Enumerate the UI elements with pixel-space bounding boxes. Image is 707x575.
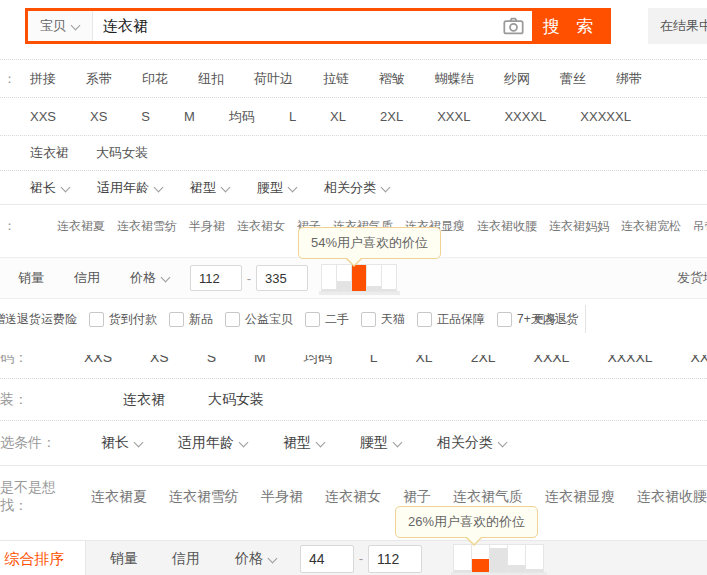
size-filter-link[interactable]: XL [330,109,346,124]
attribute-filter-link[interactable]: 印花 [142,70,168,88]
related-search-link[interactable]: 连衣裙显瘦 [545,488,615,506]
search-input[interactable] [93,11,494,41]
price-max-input[interactable] [368,545,422,573]
size-filter-link[interactable]: XXXXL [607,355,652,367]
category-filter-link[interactable]: 连衣裙 [123,391,165,409]
attribute-filter-link[interactable]: 蝴蝶结 [435,70,474,88]
search-category-dropdown[interactable]: 宝贝 [28,11,93,41]
attribute-filter-link[interactable]: 荷叶边 [254,70,293,88]
filter-checkbox-item[interactable]: 天猫 [361,311,405,328]
size-filter-link[interactable]: XXS [30,109,56,124]
sort-by-credit[interactable]: 信用 [172,550,200,568]
related-search-link[interactable]: 连衣裙夏 [57,218,105,235]
size-filter-link[interactable]: M [254,355,266,367]
size-filter-link[interactable]: 2XL [471,355,496,367]
filter-dropdown[interactable]: 裙长 [30,179,70,197]
category-filter-link[interactable]: 连衣裙 [30,144,69,162]
filter-dropdown[interactable]: 裙型 [190,179,230,197]
filter-checkbox-item[interactable]: 正品保障 [417,311,485,328]
image-search-button[interactable] [494,11,532,41]
size-filter-link[interactable]: XXXL [437,109,470,124]
related-search-link[interactable]: 连衣裙夏 [91,488,147,506]
related-search-link[interactable]: 连衣裙女 [237,218,285,235]
category-filter-link[interactable]: 大码女装 [96,144,148,162]
related-search-link[interactable]: 半身裙 [189,218,225,235]
filter-checkbox-item[interactable]: 二手 [305,311,349,328]
checkbox[interactable] [361,312,376,327]
attribute-filter-link[interactable]: 纱网 [504,70,530,88]
histogram-cell[interactable] [366,264,382,292]
size-filter-link[interactable]: XS [150,355,169,367]
filter-checkbox-item[interactable]: 货到付款 [89,311,157,328]
attribute-filter-link[interactable]: 绑带 [616,70,642,88]
checkbox[interactable] [305,312,320,327]
size-filter-link[interactable]: L [289,109,296,124]
checkbox[interactable] [169,312,184,327]
search-in-results-button[interactable]: 在结果中搜索 [648,8,707,44]
checkbox[interactable] [497,312,512,327]
histogram-cell[interactable] [489,544,508,573]
histogram-cell[interactable] [381,264,397,292]
ship-from-filter[interactable]: 发货地 [677,269,707,287]
price-histogram[interactable] [454,544,544,573]
attribute-filter-link[interactable]: 拼接 [30,70,56,88]
related-search-link[interactable]: 连衣裙雪纺 [169,488,239,506]
related-search-link[interactable]: 连衣裙收腰 [477,218,537,235]
size-filter-link[interactable]: XS [90,109,107,124]
checkbox[interactable] [89,312,104,327]
category-filter-link[interactable]: 大码女装 [208,391,264,409]
related-search-link[interactable]: 连衣裙妈妈 [549,218,609,235]
histogram-cell[interactable] [453,544,472,573]
filter-dropdown[interactable]: 腰型 [360,434,402,452]
checkbox[interactable] [225,312,240,327]
attribute-filter-link[interactable]: 蕾丝 [560,70,586,88]
size-filter-link[interactable]: L [370,355,378,367]
histogram-cell[interactable] [351,264,367,292]
sort-by-sales[interactable]: 销量 [18,269,44,287]
related-search-link[interactable]: 连衣裙宽松 [621,218,681,235]
price-max-input[interactable] [256,265,308,291]
attribute-filter-link[interactable]: 拉链 [323,70,349,88]
related-search-link[interactable]: 连衣裙女 [325,488,381,506]
sort-by-sales[interactable]: 销量 [110,550,138,568]
attribute-filter-link[interactable]: 系带 [86,70,112,88]
related-search-link[interactable]: 连衣裙收腰 [637,488,707,506]
size-filter-link[interactable]: XL [416,355,433,367]
sort-by-price[interactable]: 价格 [130,269,170,287]
related-search-link[interactable]: 吊带裙 [693,218,707,235]
price-min-input[interactable] [300,545,354,573]
size-filter-link[interactable]: S [141,109,150,124]
attribute-filter-link[interactable]: 褶皱 [379,70,405,88]
filter-checkbox-item[interactable]: 新品 [169,311,213,328]
more-filters-dropdown[interactable]: 更多 [533,299,571,339]
filter-dropdown[interactable]: 适用年龄 [178,434,248,452]
filter-dropdown[interactable]: 裙长 [101,434,143,452]
size-filter-link[interactable]: XXS [84,355,112,367]
filter-dropdown[interactable]: 相关分类 [437,434,507,452]
histogram-cell[interactable] [336,264,352,292]
related-search-link[interactable]: 连衣裙气质 [453,488,523,506]
price-min-input[interactable] [190,265,242,291]
size-filter-link[interactable]: XXXXXL [580,109,631,124]
filter-dropdown[interactable]: 适用年龄 [97,179,163,197]
related-search-link[interactable]: 裙子 [403,488,431,506]
size-filter-link[interactable]: M [184,109,195,124]
size-filter-link[interactable]: XXXL [534,355,570,367]
sort-tab-comprehensive[interactable]: 综合排序 [0,541,86,575]
size-filter-link[interactable]: XXXXXL [691,355,707,367]
size-filter-link[interactable]: 均码 [304,355,332,367]
filter-checkbox-item[interactable]: 公益宝贝 [225,311,293,328]
related-search-link[interactable]: 连衣裙雪纺 [117,218,177,235]
histogram-cell[interactable] [471,544,490,573]
price-histogram[interactable] [322,264,397,292]
size-filter-link[interactable]: S [207,355,216,367]
filter-dropdown[interactable]: 裙型 [283,434,325,452]
histogram-cell[interactable] [525,544,544,573]
size-filter-link[interactable]: 均码 [229,108,255,126]
histogram-cell[interactable] [507,544,526,573]
related-search-link[interactable]: 半身裙 [261,488,303,506]
histogram-cell[interactable] [321,264,337,292]
checkbox[interactable] [417,312,432,327]
search-button[interactable]: 搜 索 [532,11,608,41]
filter-dropdown[interactable]: 腰型 [257,179,297,197]
